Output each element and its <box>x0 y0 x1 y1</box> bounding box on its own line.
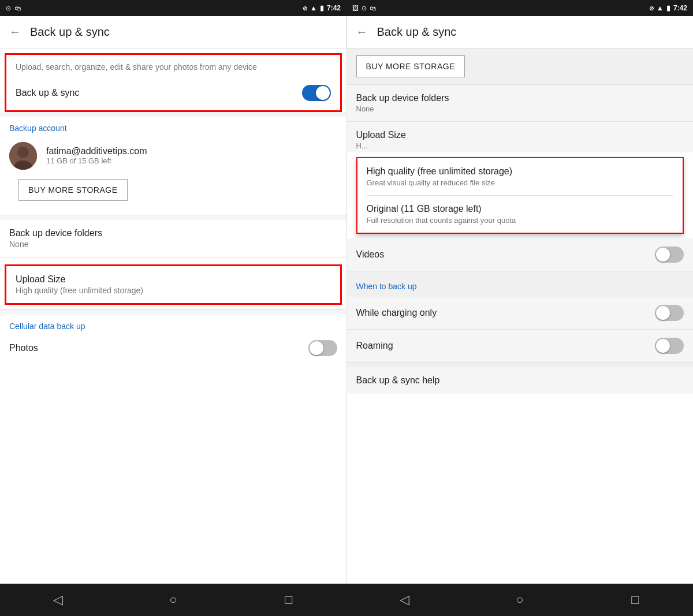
right-back-nav-icon: ◁ <box>400 592 409 607</box>
original-subtitle: Full resolution that counts against your… <box>367 216 674 225</box>
right-back-button[interactable]: ← <box>356 25 368 39</box>
backup-sync-row: Back up & sync <box>16 85 331 101</box>
wifi-icon-left: ▲ <box>310 4 317 12</box>
buy-more-storage-button-right[interactable]: BUY MORE STORAGE <box>356 55 465 77</box>
right-back-nav-button[interactable]: ◁ <box>387 588 422 611</box>
videos-toggle-knob <box>656 248 670 262</box>
navigation-bar: ◁ ○ □ ◁ ○ □ <box>0 584 693 616</box>
right-spacer-1 <box>347 271 694 276</box>
image-icon-right: 🖼 <box>352 5 359 12</box>
backup-device-folders-row[interactable]: Back up device folders None <box>0 220 346 257</box>
backup-description: Upload, search, organize, edit & share y… <box>16 62 331 73</box>
backup-sync-toggle-section: Upload, search, organize, edit & share y… <box>5 53 342 112</box>
roaming-label: Roaming <box>356 341 393 351</box>
roaming-row[interactable]: Roaming <box>347 330 694 362</box>
high-quality-title: High quality (free unlimited storage) <box>367 166 674 177</box>
toggle-knob <box>316 86 330 100</box>
right-screen-content: BUY MORE STORAGE Back up device folders … <box>347 48 694 584</box>
photos-label: Photos <box>9 343 38 353</box>
upload-size-right-title: Upload Size <box>356 130 406 140</box>
backup-folders-subtitle: None <box>9 240 337 249</box>
right-spacer-2 <box>347 363 694 367</box>
buy-storage-wrapper: BUY MORE STORAGE <box>0 177 346 215</box>
right-home-nav-button[interactable]: ○ <box>502 588 537 611</box>
spacer-2 <box>0 215 346 220</box>
right-screen-title: Back up & sync <box>377 25 457 39</box>
left-home-nav-button[interactable]: ○ <box>156 588 191 611</box>
backup-sync-label: Back up & sync <box>16 88 79 98</box>
left-back-nav-icon: ◁ <box>53 592 63 607</box>
wifi-icon-right: ▲ <box>657 4 664 12</box>
while-charging-label: While charging only <box>356 308 437 318</box>
left-screen-content: Upload, search, organize, edit & share y… <box>0 48 346 584</box>
left-recent-nav-button[interactable]: □ <box>271 588 306 611</box>
upload-size-subtitle: High quality (free unlimited storage) <box>16 286 331 295</box>
left-screen-title: Back up & sync <box>30 25 110 39</box>
while-charging-knob <box>656 306 670 320</box>
original-title: Original (11 GB storage left) <box>367 204 674 214</box>
videos-row[interactable]: Videos <box>347 238 694 271</box>
left-home-nav-icon: ○ <box>169 592 177 607</box>
backup-help-row[interactable]: Back up & sync help <box>347 367 694 394</box>
spacer-3 <box>0 257 346 260</box>
left-time: 7:42 <box>327 4 341 12</box>
right-recent-nav-button[interactable]: □ <box>618 588 653 611</box>
right-backup-folders-subtitle: None <box>356 104 449 113</box>
right-status-bar-right: ⊘ ▲ ▮ 7:42 <box>649 4 687 12</box>
svg-point-1 <box>17 147 29 158</box>
photos-row[interactable]: Photos <box>0 333 346 363</box>
left-back-button[interactable]: ← <box>9 25 21 39</box>
left-recent-nav-icon: □ <box>285 592 292 607</box>
right-backup-folders-row[interactable]: Back up device folders None <box>347 85 694 121</box>
right-recent-nav-icon: □ <box>631 592 639 607</box>
buy-more-storage-button-left[interactable]: BUY MORE STORAGE <box>18 179 128 201</box>
account-row[interactable]: fatima@additivetips.com 11 GB of 15 GB l… <box>0 135 346 177</box>
roaming-knob <box>656 339 670 353</box>
cellular-data-header: Cellular data back up <box>0 315 346 333</box>
upload-size-right-row: Upload Size H... <box>347 122 694 152</box>
videos-toggle[interactable] <box>655 247 684 263</box>
high-quality-subtitle: Great visual quality at reduced file siz… <box>367 178 674 187</box>
left-status-bar-left: ⊙ 🛍 <box>6 5 21 12</box>
left-app-bar: ← Back up & sync <box>0 16 346 48</box>
circle-icon-left: ⊙ <box>6 5 11 12</box>
backup-help-label: Back up & sync help <box>356 375 440 386</box>
right-time: 7:42 <box>673 4 687 12</box>
spacer-4 <box>0 305 346 309</box>
right-nav: ◁ ○ □ <box>346 584 693 616</box>
avatar-image <box>9 142 37 170</box>
when-to-backup-header: When to back up <box>347 276 694 297</box>
original-option[interactable]: Original (11 GB storage left) Full resol… <box>357 196 683 233</box>
high-quality-option[interactable]: High quality (free unlimited storage) Gr… <box>357 158 683 195</box>
upload-size-section[interactable]: Upload Size High quality (free unlimited… <box>5 264 342 305</box>
buy-storage-section-right: BUY MORE STORAGE <box>347 48 694 84</box>
backup-account-header: Backup account <box>0 117 346 135</box>
right-backup-folders-title: Back up device folders <box>356 93 449 103</box>
left-nav: ◁ ○ □ <box>0 584 346 616</box>
right-app-bar: ← Back up & sync <box>347 16 694 48</box>
backup-folders-title: Back up device folders <box>9 228 337 238</box>
shopping-icon-right: 🛍 <box>370 5 376 12</box>
while-charging-toggle[interactable] <box>655 305 684 321</box>
upload-size-dropdown: High quality (free unlimited storage) Gr… <box>356 157 684 234</box>
while-charging-row[interactable]: While charging only <box>347 297 694 329</box>
account-storage: 11 GB of 15 GB left <box>46 156 147 165</box>
avatar <box>9 142 37 170</box>
videos-label: Videos <box>356 249 385 260</box>
circle-icon-right: ⊙ <box>362 5 367 12</box>
right-status-bar-left: 🖼 ⊙ 🛍 <box>352 5 376 12</box>
roaming-toggle[interactable] <box>655 338 684 354</box>
account-info: fatima@additivetips.com 11 GB of 15 GB l… <box>46 146 147 165</box>
battery-icon-right: ▮ <box>666 4 670 12</box>
upload-size-title: Upload Size <box>16 274 331 285</box>
right-backup-folders-info: Back up device folders None <box>356 93 449 113</box>
left-status-bar-right: ⊘ ▲ ▮ 7:42 <box>303 4 341 12</box>
shopping-icon-left: 🛍 <box>14 5 21 12</box>
no-sim-icon-left: ⊘ <box>303 5 307 12</box>
photos-toggle[interactable] <box>308 340 337 356</box>
battery-icon-left: ▮ <box>320 4 324 12</box>
photos-toggle-knob <box>310 341 323 355</box>
right-home-nav-icon: ○ <box>516 592 523 607</box>
left-back-nav-button[interactable]: ◁ <box>40 588 75 611</box>
backup-sync-toggle[interactable] <box>302 85 331 101</box>
